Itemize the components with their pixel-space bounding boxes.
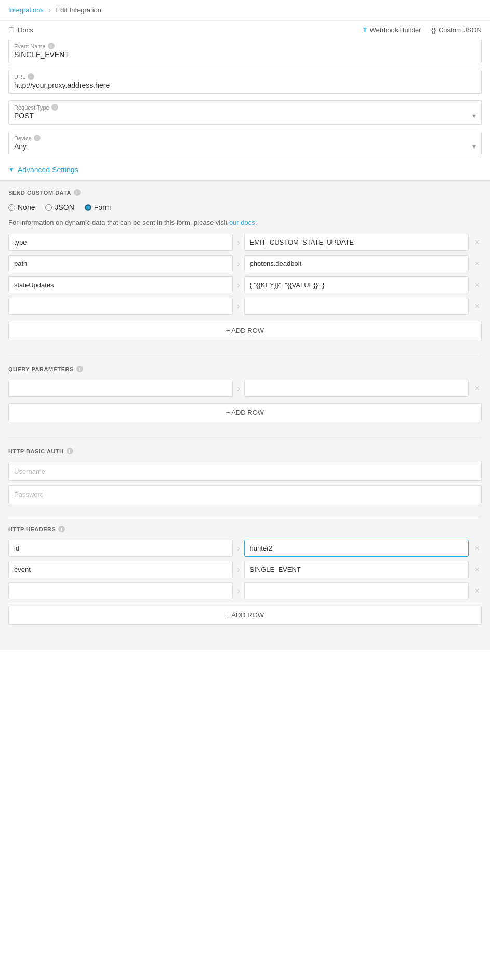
divider-1 <box>8 357 482 357</box>
breadcrumb-parent-link[interactable]: Integrations <box>8 6 44 14</box>
custom-data-key-0[interactable] <box>8 234 233 251</box>
event-name-input[interactable] <box>14 49 476 60</box>
http-headers-delete-1[interactable]: × <box>473 564 482 575</box>
breadcrumb-separator: › <box>49 6 51 14</box>
event-name-label: Event Name i <box>14 43 476 49</box>
http-headers-arrow-icon-1: › <box>237 565 240 574</box>
advanced-panel: SEND CUSTOM DATA i None JSON Form For in… <box>0 180 490 650</box>
custom-json-button[interactable]: {} Custom JSON <box>431 26 482 34</box>
http-headers-delete-0[interactable]: × <box>473 543 482 554</box>
http-headers-section: HTTP HEADERS i › × › × › × + ADD ROW <box>8 526 482 633</box>
url-input[interactable] <box>14 80 476 90</box>
webhook-icon: T <box>363 26 367 34</box>
webhook-builder-button[interactable]: T Webhook Builder <box>363 26 421 34</box>
http-headers-delete-2[interactable]: × <box>473 585 482 597</box>
custom-data-value-0[interactable] <box>244 234 469 251</box>
custom-data-add-row-button[interactable]: + ADD ROW <box>8 321 482 340</box>
username-input[interactable] <box>8 462 482 481</box>
http-headers-value-0[interactable] <box>244 540 469 557</box>
custom-data-value-2[interactable] <box>244 276 469 293</box>
custom-data-key-3[interactable] <box>8 298 233 315</box>
custom-data-row-1: › × <box>8 255 482 272</box>
custom-data-value-1[interactable] <box>244 255 469 272</box>
device-select-wrapper: Any ▾ <box>14 141 476 152</box>
custom-data-row-3: › × <box>8 298 482 315</box>
docs-link[interactable]: ☐ Docs <box>8 26 33 34</box>
custom-data-row-0: › × <box>8 234 482 251</box>
form-section: Event Name i URL i Request Type i POST G… <box>0 39 490 155</box>
kv-arrow-icon-2: › <box>237 280 240 290</box>
kv-arrow-icon-1: › <box>237 259 240 269</box>
custom-data-row-2: › × <box>8 276 482 293</box>
http-headers-value-1[interactable] <box>244 561 469 578</box>
docs-icon: ☐ <box>8 26 15 34</box>
http-headers-key-1[interactable] <box>8 561 233 578</box>
url-label: URL i <box>14 73 476 80</box>
device-label: Device i <box>14 135 476 141</box>
http-headers-add-row-button[interactable]: + ADD ROW <box>8 606 482 625</box>
send-custom-data-info-icon[interactable]: i <box>74 189 81 196</box>
radio-json[interactable]: JSON <box>45 203 74 211</box>
send-custom-data-header: SEND CUSTOM DATA i <box>8 189 482 196</box>
query-parameters-header: QUERY PARAMETERS i <box>8 366 482 372</box>
custom-data-key-2[interactable] <box>8 276 233 293</box>
custom-data-delete-0[interactable]: × <box>473 237 482 248</box>
request-type-info-icon[interactable]: i <box>51 104 58 111</box>
custom-data-delete-3[interactable]: × <box>473 301 482 312</box>
request-type-field-group: Request Type i POST GET PUT DELETE PATCH… <box>8 100 482 125</box>
kv-arrow-icon-0: › <box>237 238 240 247</box>
device-field-group: Device i Any ▾ <box>8 131 482 155</box>
custom-data-delete-1[interactable]: × <box>473 258 482 270</box>
breadcrumb: Integrations › Edit Integration <box>0 0 490 21</box>
request-type-select-wrapper: POST GET PUT DELETE PATCH ▾ <box>14 111 476 121</box>
kv-arrow-icon-3: › <box>237 302 240 311</box>
radio-form[interactable]: Form <box>85 203 111 211</box>
http-headers-header: HTTP HEADERS i <box>8 526 482 532</box>
custom-data-key-1[interactable] <box>8 255 233 272</box>
http-headers-info-icon[interactable]: i <box>58 526 65 532</box>
http-headers-key-2[interactable] <box>8 582 233 599</box>
send-custom-data-radio-group: None JSON Form <box>8 203 482 211</box>
http-headers-key-0[interactable] <box>8 540 233 557</box>
radio-none[interactable]: None <box>8 203 35 211</box>
query-params-row-0: › × <box>8 380 482 397</box>
send-custom-data-section: SEND CUSTOM DATA i None JSON Form For in… <box>8 189 482 348</box>
device-info-icon[interactable]: i <box>34 135 41 141</box>
query-params-info-icon[interactable]: i <box>76 366 83 372</box>
query-params-add-row-button[interactable]: + ADD ROW <box>8 403 482 422</box>
http-headers-value-2[interactable] <box>244 582 469 599</box>
request-type-select[interactable]: POST GET PUT DELETE PATCH <box>14 111 476 121</box>
divider-2 <box>8 439 482 439</box>
top-bar: ☐ Docs T Webhook Builder {} Custom JSON <box>0 21 490 39</box>
custom-data-delete-2[interactable]: × <box>473 279 482 291</box>
password-input[interactable] <box>8 485 482 504</box>
breadcrumb-current: Edit Integration <box>56 6 101 14</box>
http-headers-arrow-icon-0: › <box>237 544 240 553</box>
http-basic-auth-info-icon[interactable]: i <box>67 448 73 454</box>
custom-data-value-3[interactable] <box>244 298 469 315</box>
url-info-icon[interactable]: i <box>28 73 34 80</box>
our-docs-link[interactable]: our docs <box>229 219 255 226</box>
query-parameters-section: QUERY PARAMETERS i › × + ADD ROW <box>8 366 482 431</box>
http-headers-row-1: › × <box>8 561 482 578</box>
query-params-delete-0[interactable]: × <box>473 383 482 394</box>
query-params-value-0[interactable] <box>244 380 469 397</box>
http-headers-arrow-icon-2: › <box>237 586 240 596</box>
http-headers-row-0: › × <box>8 540 482 557</box>
advanced-settings-toggle[interactable]: ▼ Advanced Settings <box>0 162 490 178</box>
dynamic-info-text: For information on dynamic data that can… <box>8 219 482 226</box>
advanced-settings-chevron-icon: ▼ <box>8 166 15 173</box>
url-field-group: URL i <box>8 70 482 94</box>
query-params-arrow-icon-0: › <box>237 384 240 393</box>
query-params-key-0[interactable] <box>8 380 233 397</box>
http-basic-auth-section: HTTP BASIC AUTH i <box>8 448 482 508</box>
custom-json-icon: {} <box>431 26 436 34</box>
event-name-field-group: Event Name i <box>8 39 482 63</box>
request-type-label: Request Type i <box>14 104 476 111</box>
divider-3 <box>8 517 482 517</box>
http-headers-row-2: › × <box>8 582 482 599</box>
device-select[interactable]: Any <box>14 141 476 152</box>
event-name-info-icon[interactable]: i <box>48 43 55 49</box>
http-basic-auth-header: HTTP BASIC AUTH i <box>8 448 482 454</box>
